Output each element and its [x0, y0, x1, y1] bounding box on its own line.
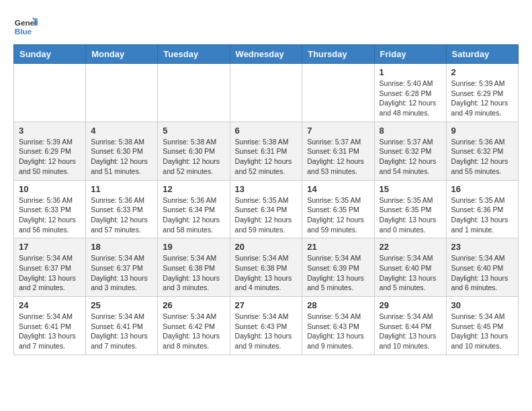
- calendar-day-cell: 13Sunrise: 5:35 AM Sunset: 6:34 PM Dayli…: [230, 180, 302, 238]
- calendar-day-cell: 6Sunrise: 5:38 AM Sunset: 6:31 PM Daylig…: [230, 122, 302, 180]
- calendar-day-cell: 2Sunrise: 5:39 AM Sunset: 6:29 PM Daylig…: [446, 64, 518, 122]
- weekday-header-saturday: Saturday: [446, 45, 518, 64]
- day-number: 12: [163, 184, 224, 194]
- day-info: Sunrise: 5:34 AM Sunset: 6:42 PM Dayligh…: [163, 312, 224, 351]
- day-number: 13: [235, 184, 298, 194]
- day-number: 28: [307, 300, 369, 310]
- day-number: 22: [380, 242, 441, 252]
- day-info: Sunrise: 5:34 AM Sunset: 6:37 PM Dayligh…: [19, 253, 81, 293]
- day-number: 2: [451, 67, 513, 77]
- day-info: Sunrise: 5:38 AM Sunset: 6:30 PM Dayligh…: [163, 137, 224, 177]
- day-info: Sunrise: 5:34 AM Sunset: 6:39 PM Dayligh…: [307, 253, 369, 293]
- calendar-day-cell: 17Sunrise: 5:34 AM Sunset: 6:37 PM Dayli…: [14, 238, 86, 297]
- calendar-day-cell: 28Sunrise: 5:34 AM Sunset: 6:43 PM Dayli…: [302, 297, 374, 355]
- day-info: Sunrise: 5:40 AM Sunset: 6:28 PM Dayligh…: [380, 79, 441, 118]
- calendar-table: SundayMondayTuesdayWednesdayThursdayFrid…: [13, 44, 519, 355]
- day-number: 24: [19, 300, 81, 310]
- day-info: Sunrise: 5:34 AM Sunset: 6:37 PM Dayligh…: [91, 253, 152, 293]
- day-number: 16: [451, 184, 513, 194]
- calendar-day-cell: 29Sunrise: 5:34 AM Sunset: 6:44 PM Dayli…: [374, 297, 446, 355]
- day-info: Sunrise: 5:38 AM Sunset: 6:31 PM Dayligh…: [235, 137, 298, 177]
- day-info: Sunrise: 5:34 AM Sunset: 6:41 PM Dayligh…: [19, 312, 81, 351]
- calendar-day-cell: 24Sunrise: 5:34 AM Sunset: 6:41 PM Dayli…: [14, 297, 86, 355]
- calendar-day-cell: 11Sunrise: 5:36 AM Sunset: 6:33 PM Dayli…: [86, 180, 158, 238]
- empty-cell: [14, 64, 86, 122]
- day-info: Sunrise: 5:35 AM Sunset: 6:35 PM Dayligh…: [380, 195, 441, 235]
- day-info: Sunrise: 5:35 AM Sunset: 6:35 PM Dayligh…: [307, 195, 369, 235]
- day-number: 29: [380, 300, 441, 310]
- day-info: Sunrise: 5:34 AM Sunset: 6:43 PM Dayligh…: [307, 312, 369, 351]
- day-number: 18: [91, 242, 152, 252]
- weekday-header-thursday: Thursday: [302, 45, 374, 64]
- day-number: 23: [451, 242, 513, 252]
- day-info: Sunrise: 5:34 AM Sunset: 6:44 PM Dayligh…: [380, 312, 441, 351]
- day-info: Sunrise: 5:38 AM Sunset: 6:30 PM Dayligh…: [91, 137, 152, 177]
- calendar-week-row: 3Sunrise: 5:39 AM Sunset: 6:29 PM Daylig…: [14, 122, 519, 180]
- day-number: 27: [235, 300, 298, 310]
- day-info: Sunrise: 5:34 AM Sunset: 6:45 PM Dayligh…: [451, 312, 513, 351]
- day-number: 7: [307, 126, 369, 136]
- calendar-week-row: 24Sunrise: 5:34 AM Sunset: 6:41 PM Dayli…: [14, 297, 519, 355]
- day-number: 14: [307, 184, 369, 194]
- day-info: Sunrise: 5:35 AM Sunset: 6:34 PM Dayligh…: [235, 195, 298, 235]
- day-info: Sunrise: 5:36 AM Sunset: 6:33 PM Dayligh…: [19, 195, 81, 235]
- calendar-day-cell: 16Sunrise: 5:35 AM Sunset: 6:36 PM Dayli…: [446, 180, 518, 238]
- day-number: 3: [19, 126, 81, 136]
- calendar-week-row: 17Sunrise: 5:34 AM Sunset: 6:37 PM Dayli…: [14, 238, 519, 297]
- empty-cell: [158, 64, 230, 122]
- day-info: Sunrise: 5:34 AM Sunset: 6:38 PM Dayligh…: [163, 253, 224, 293]
- empty-cell: [302, 64, 374, 122]
- day-info: Sunrise: 5:39 AM Sunset: 6:29 PM Dayligh…: [19, 137, 81, 177]
- calendar-day-cell: 30Sunrise: 5:34 AM Sunset: 6:45 PM Dayli…: [446, 297, 518, 355]
- day-number: 17: [19, 242, 81, 252]
- day-info: Sunrise: 5:36 AM Sunset: 6:34 PM Dayligh…: [163, 195, 224, 235]
- calendar-week-row: 1Sunrise: 5:40 AM Sunset: 6:28 PM Daylig…: [14, 64, 519, 122]
- calendar-day-cell: 1Sunrise: 5:40 AM Sunset: 6:28 PM Daylig…: [374, 64, 446, 122]
- day-info: Sunrise: 5:37 AM Sunset: 6:32 PM Dayligh…: [380, 137, 441, 177]
- empty-cell: [86, 64, 158, 122]
- calendar-day-cell: 18Sunrise: 5:34 AM Sunset: 6:37 PM Dayli…: [86, 238, 158, 297]
- day-info: Sunrise: 5:37 AM Sunset: 6:31 PM Dayligh…: [307, 137, 369, 177]
- page-header: General Blue: [13, 13, 519, 38]
- calendar-day-cell: 10Sunrise: 5:36 AM Sunset: 6:33 PM Dayli…: [14, 180, 86, 238]
- calendar-day-cell: 15Sunrise: 5:35 AM Sunset: 6:35 PM Dayli…: [374, 180, 446, 238]
- weekday-header-monday: Monday: [86, 45, 158, 64]
- calendar-day-cell: 7Sunrise: 5:37 AM Sunset: 6:31 PM Daylig…: [302, 122, 374, 180]
- day-info: Sunrise: 5:36 AM Sunset: 6:33 PM Dayligh…: [91, 195, 152, 235]
- svg-text:Blue: Blue: [15, 27, 32, 36]
- day-info: Sunrise: 5:36 AM Sunset: 6:32 PM Dayligh…: [451, 137, 513, 177]
- day-number: 9: [451, 126, 513, 136]
- calendar-day-cell: 8Sunrise: 5:37 AM Sunset: 6:32 PM Daylig…: [374, 122, 446, 180]
- day-info: Sunrise: 5:34 AM Sunset: 6:41 PM Dayligh…: [91, 312, 152, 351]
- empty-cell: [230, 64, 302, 122]
- calendar-day-cell: 27Sunrise: 5:34 AM Sunset: 6:43 PM Dayli…: [230, 297, 302, 355]
- day-info: Sunrise: 5:34 AM Sunset: 6:40 PM Dayligh…: [380, 253, 441, 293]
- day-info: Sunrise: 5:35 AM Sunset: 6:36 PM Dayligh…: [451, 195, 513, 235]
- calendar-day-cell: 12Sunrise: 5:36 AM Sunset: 6:34 PM Dayli…: [158, 180, 230, 238]
- calendar-day-cell: 9Sunrise: 5:36 AM Sunset: 6:32 PM Daylig…: [446, 122, 518, 180]
- day-number: 25: [91, 300, 152, 310]
- weekday-header-wednesday: Wednesday: [230, 45, 302, 64]
- day-number: 10: [19, 184, 81, 194]
- calendar-day-cell: 21Sunrise: 5:34 AM Sunset: 6:39 PM Dayli…: [302, 238, 374, 297]
- calendar-day-cell: 22Sunrise: 5:34 AM Sunset: 6:40 PM Dayli…: [374, 238, 446, 297]
- calendar-day-cell: 14Sunrise: 5:35 AM Sunset: 6:35 PM Dayli…: [302, 180, 374, 238]
- day-number: 4: [91, 126, 152, 136]
- day-info: Sunrise: 5:34 AM Sunset: 6:43 PM Dayligh…: [235, 312, 298, 351]
- day-number: 30: [451, 300, 513, 310]
- calendar-day-cell: 5Sunrise: 5:38 AM Sunset: 6:30 PM Daylig…: [158, 122, 230, 180]
- day-info: Sunrise: 5:34 AM Sunset: 6:38 PM Dayligh…: [235, 253, 298, 293]
- svg-marker-3: [34, 18, 38, 26]
- day-number: 1: [380, 67, 441, 77]
- weekday-header-sunday: Sunday: [14, 45, 86, 64]
- day-number: 5: [163, 126, 224, 136]
- calendar-day-cell: 23Sunrise: 5:34 AM Sunset: 6:40 PM Dayli…: [446, 238, 518, 297]
- logo-icon: General Blue: [13, 13, 38, 38]
- day-number: 20: [235, 242, 298, 252]
- calendar-day-cell: 19Sunrise: 5:34 AM Sunset: 6:38 PM Dayli…: [158, 238, 230, 297]
- day-number: 11: [91, 184, 152, 194]
- calendar-day-cell: 25Sunrise: 5:34 AM Sunset: 6:41 PM Dayli…: [86, 297, 158, 355]
- logo: General Blue: [13, 13, 38, 38]
- weekday-header-tuesday: Tuesday: [158, 45, 230, 64]
- calendar-week-row: 10Sunrise: 5:36 AM Sunset: 6:33 PM Dayli…: [14, 180, 519, 238]
